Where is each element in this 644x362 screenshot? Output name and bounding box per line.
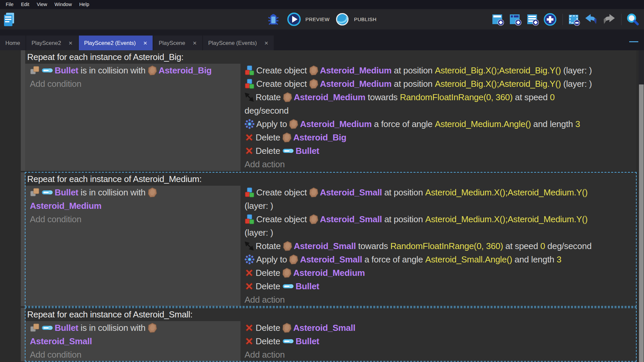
action-line[interactable]: Rotate Asteroid_Medium towards RandomFlo…	[245, 90, 636, 104]
event[interactable]: Repeat for each instance of Asteroid_Med…	[25, 172, 636, 306]
add-condition-button[interactable]: Add condition	[30, 213, 240, 226]
object-name: Bullet	[296, 336, 319, 347]
add-condition-button[interactable]: Add condition	[30, 77, 240, 90]
actions-column: Create object Asteroid_Small at position…	[240, 186, 636, 306]
menu-view[interactable]: View	[33, 0, 51, 9]
vertical-scrollbar[interactable]	[639, 50, 644, 362]
close-icon[interactable]: ✕	[193, 41, 197, 46]
menu-file[interactable]: File	[2, 0, 17, 9]
action-line[interactable]: (layer: )	[245, 226, 636, 239]
action-text: deg/second	[545, 241, 591, 251]
condition-line[interactable]: Bullet is in collision with	[30, 321, 240, 335]
toolbar-right	[492, 9, 640, 29]
action-line[interactable]: Delete Asteroid_Medium	[245, 266, 636, 280]
add-comment-icon	[526, 13, 539, 26]
event-block: Repeat for each instance of Asteroid_Med…	[21, 172, 636, 306]
debugger-button[interactable]	[268, 13, 281, 26]
action-line[interactable]: deg/second	[245, 104, 636, 117]
action-text: Delete	[256, 268, 282, 278]
action-line[interactable]: Delete Asteroid_Big	[245, 131, 636, 144]
event-header[interactable]: Repeat for each instance of Asteroid_Big…	[25, 50, 636, 64]
asteroid-icon	[282, 323, 291, 333]
action-line[interactable]: Rotate Asteroid_Small towards RandomFloa…	[245, 239, 636, 253]
event-header[interactable]: Repeat for each instance of Asteroid_Med…	[25, 172, 636, 186]
condition-line[interactable]: Asteroid_Small	[30, 335, 240, 348]
action-text: Create object	[256, 65, 309, 76]
toolbar-divider	[562, 14, 563, 25]
object-name: Asteroid_Medium	[293, 268, 365, 278]
menu-window[interactable]: Window	[51, 0, 76, 9]
event-header[interactable]: Repeat for each instance of Asteroid_Sma…	[25, 308, 636, 321]
menu-help[interactable]: Help	[75, 0, 93, 9]
expression: Asteroid_Small.Angle()	[425, 254, 512, 265]
action-line[interactable]: Delete Bullet	[245, 280, 636, 293]
add-condition-button[interactable]: Add condition	[30, 348, 240, 361]
undo-button[interactable]	[585, 13, 599, 26]
add-action-button[interactable]: Add action	[245, 293, 636, 306]
object-name: Asteroid_Small	[294, 241, 356, 251]
object-name: Asteroid_Medium	[294, 92, 366, 103]
scrollbar-thumb[interactable]	[639, 84, 644, 362]
event-drag-handle[interactable]	[21, 172, 25, 306]
tab-playscene[interactable]: PlayScene✕	[153, 36, 203, 50]
expression: Asteroid_Big.X();Asteroid_Big.Y()	[435, 79, 561, 89]
condition-line[interactable]: Bullet is in collision with	[30, 186, 240, 199]
event-block: Repeat for each instance of Asteroid_Sma…	[21, 308, 636, 361]
publish-button[interactable]: PUBLISH	[335, 12, 376, 26]
add-comment-button[interactable]	[527, 13, 540, 26]
redo-button[interactable]	[603, 13, 616, 26]
add-action-button[interactable]: Add action	[245, 348, 636, 361]
tab-playscene2-events-[interactable]: PlayScene2 (Events)✕	[79, 36, 154, 50]
close-icon[interactable]: ✕	[264, 41, 269, 46]
publish-globe-icon	[335, 12, 349, 26]
conditions-column: Bullet is in collision with Asteroid_Big…	[25, 64, 240, 171]
create-icon	[245, 187, 255, 198]
add-subevent-button[interactable]	[509, 13, 523, 26]
action-text: at position	[391, 79, 435, 89]
remove-selection-button[interactable]	[568, 13, 581, 26]
object-name: Bullet	[55, 323, 78, 333]
expression: 3	[575, 119, 580, 129]
add-action-button[interactable]: Add action	[245, 158, 636, 171]
action-text: Delete	[256, 323, 282, 333]
expression: RandomFloatInRange(0, 360)	[390, 241, 503, 251]
preview-button[interactable]: PREVIEW	[287, 12, 330, 26]
asteroid-icon	[309, 79, 318, 89]
event-drag-handle[interactable]	[21, 308, 25, 361]
menu-edit[interactable]: Edit	[17, 0, 33, 9]
condition-line[interactable]: Asteroid_Medium	[30, 199, 240, 213]
event[interactable]: Repeat for each instance of Asteroid_Big…	[25, 50, 636, 171]
action-text: and length	[531, 119, 575, 129]
event-drag-handle[interactable]	[21, 50, 25, 171]
tab-label: PlayScene2 (Events)	[84, 40, 136, 46]
condition-line[interactable]: Bullet is in collision with Asteroid_Big	[30, 64, 240, 77]
delete-icon	[245, 282, 254, 291]
tab-playscene-events-[interactable]: PlayScene (Events)✕	[203, 36, 274, 50]
collision-icon	[30, 323, 40, 333]
bullet-icon	[282, 148, 294, 154]
action-text: (layer: )	[245, 228, 273, 238]
add-circle-button[interactable]	[544, 13, 557, 26]
create-icon	[245, 78, 255, 89]
event[interactable]: Repeat for each instance of Asteroid_Sma…	[25, 308, 636, 361]
tab-playscene2[interactable]: PlayScene2✕	[26, 36, 79, 50]
close-icon[interactable]: ✕	[68, 41, 73, 46]
action-line[interactable]: Delete Bullet	[245, 144, 636, 158]
action-line[interactable]: Apply to Asteroid_Medium a force of angl…	[245, 117, 636, 131]
close-icon[interactable]: ✕	[143, 41, 148, 46]
tab-home[interactable]: Home	[0, 36, 26, 50]
action-line[interactable]: Create object Asteroid_Medium at positio…	[245, 64, 636, 77]
action-text: Delete	[256, 132, 282, 143]
asteroid-icon	[283, 241, 292, 251]
action-line[interactable]: Create object Asteroid_Small at position…	[245, 213, 636, 226]
action-line[interactable]: (layer: )	[245, 199, 636, 213]
search-button[interactable]	[627, 13, 640, 26]
action-line[interactable]: Create object Asteroid_Medium at positio…	[245, 77, 636, 90]
action-line[interactable]: Create object Asteroid_Small at position…	[245, 186, 636, 199]
action-line[interactable]: Delete Bullet	[245, 335, 636, 348]
add-event-button[interactable]	[492, 13, 505, 26]
actions-column: Delete Asteroid_SmallDelete BulletAdd ac…	[240, 321, 636, 361]
search-icon	[626, 13, 639, 26]
action-line[interactable]: Apply to Asteroid_Small a force of angle…	[245, 253, 636, 266]
action-line[interactable]: Delete Asteroid_Small	[245, 321, 636, 335]
